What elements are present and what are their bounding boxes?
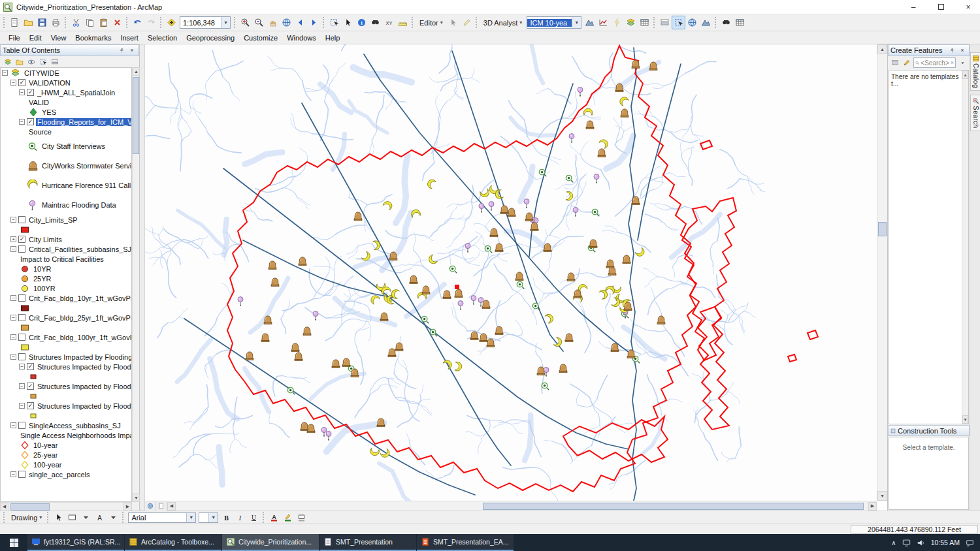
toc-item[interactable]: −✓Flooding_Reports_for_ICM_Validati <box>1 117 131 127</box>
toc-vertical-scrollbar[interactable]: ▲ ▼ <box>132 67 139 502</box>
analyst-menu[interactable]: 3D Analyst▾ <box>480 18 526 28</box>
toc-item[interactable] <box>1 225 131 234</box>
collapse-icon[interactable]: − <box>10 295 16 301</box>
map-horizontal-scrollbar[interactable]: ◀ ▶ <box>145 501 877 511</box>
toc-item[interactable]: −✓VALIDATION <box>1 78 131 87</box>
scroll-up-icon[interactable]: ▲ <box>962 71 968 79</box>
toc-item[interactable]: 25YR <box>1 274 131 283</box>
taskbar-item-presentation-ea[interactable]: SMT_Presentation_EA... <box>417 534 514 551</box>
toc-pin-button[interactable] <box>117 46 126 55</box>
map-vertical-scrollbar[interactable]: ▲ ▼ <box>877 44 887 501</box>
layer-visibility-checkbox[interactable] <box>18 294 25 302</box>
collapse-icon[interactable]: − <box>10 315 16 321</box>
font-combo[interactable]: Arial▾ <box>128 512 196 523</box>
toc-item[interactable]: 100YR <box>1 283 131 293</box>
list-by-source-button[interactable] <box>14 57 25 67</box>
toc-horizontal-scrollbar[interactable]: ◀ ▶ <box>0 502 132 511</box>
layer-visibility-checkbox[interactable]: ✓ <box>27 363 34 370</box>
collapse-icon[interactable]: − <box>10 422 16 428</box>
next-extent-button[interactable] <box>307 16 321 29</box>
scroll-left-icon[interactable]: ◀ <box>0 503 8 511</box>
restore-button[interactable] <box>929 0 953 14</box>
toc-item[interactable]: Maintrac Flooding Data <box>1 195 131 215</box>
cut-button[interactable] <box>69 16 83 29</box>
text-tool[interactable]: A <box>93 512 106 524</box>
collapse-icon[interactable]: − <box>10 471 16 477</box>
collapse-icon[interactable]: − <box>10 354 16 360</box>
delete-button[interactable] <box>110 16 124 29</box>
scroll-left-icon[interactable]: ◀ <box>167 502 176 511</box>
editor-menu[interactable]: Editor▾ <box>416 18 446 28</box>
layer-visibility-checkbox[interactable]: ✓ <box>18 236 25 243</box>
font-color-button[interactable]: A <box>267 512 281 524</box>
toc-item[interactable]: Impact to Critical Facilities <box>1 254 131 264</box>
layer-visibility-checkbox[interactable] <box>18 334 25 341</box>
copy-button[interactable] <box>83 16 97 29</box>
analyst-layer-combo[interactable]: ICM 10-yea▾ <box>527 16 581 29</box>
collapse-icon[interactable]: − <box>19 383 25 389</box>
collapse-icon[interactable]: − <box>2 70 8 76</box>
search-window-button[interactable] <box>719 16 733 29</box>
search-clear-icon[interactable]: × <box>951 59 954 66</box>
scroll-down-icon[interactable]: ▼ <box>962 415 968 424</box>
arc-globe-button[interactable] <box>685 16 699 29</box>
layer-visibility-checkbox[interactable] <box>18 471 25 478</box>
map-vscroll-thumb[interactable] <box>878 222 887 236</box>
create-features-sketch-tool[interactable] <box>460 16 474 29</box>
toc-item[interactable]: −✓Structures Impacted by Flooding: 2 <box>1 381 131 391</box>
scroll-right-icon[interactable]: ▶ <box>123 503 132 511</box>
taskbar-item-presentation[interactable]: SMT_Presentation <box>319 534 416 551</box>
scroll-down-icon[interactable]: ▼ <box>877 491 887 501</box>
profile-graph-tool[interactable] <box>596 16 610 29</box>
create-new-template-button[interactable] <box>901 57 912 68</box>
layer-visibility-checkbox[interactable]: ✓ <box>27 89 34 96</box>
toc-item[interactable]: +✓City Limits <box>1 234 131 244</box>
taskbar-item-arccatalog[interactable]: ArcCatalog - Toolboxe... <box>125 534 221 551</box>
toc-item[interactable]: −single_acc_parcels <box>1 469 131 479</box>
toc-item[interactable]: −✓Structures Impacted by Flooding: 1 <box>1 362 131 371</box>
start-button[interactable] <box>0 534 27 551</box>
toc-item[interactable]: YES <box>1 107 131 117</box>
paste-button[interactable] <box>97 16 110 29</box>
menu-view[interactable]: View <box>46 33 71 43</box>
arc-scene-button[interactable] <box>699 16 713 29</box>
layer-visibility-checkbox[interactable] <box>18 245 25 253</box>
previous-extent-button[interactable] <box>293 16 307 29</box>
add-data-button[interactable] <box>165 16 178 29</box>
measure-tool[interactable] <box>396 16 410 29</box>
layer-visibility-checkbox[interactable]: ✓ <box>27 383 34 390</box>
zoom-out-tool[interactable] <box>252 16 266 29</box>
toc-item[interactable]: −Critical_Facilities_subbasins_SJ <box>1 244 131 254</box>
map-scale-combo[interactable]: 1:106,348▾ <box>180 16 231 29</box>
undo-button[interactable] <box>131 16 144 29</box>
drawing-menu[interactable]: Drawing▾ <box>8 512 45 523</box>
underline-button[interactable]: U <box>247 512 261 524</box>
data-view-button[interactable] <box>145 501 156 511</box>
search-options-button[interactable] <box>957 57 968 68</box>
layer-visibility-checkbox[interactable]: ✓ <box>27 118 34 125</box>
menu-customize[interactable]: Customize <box>239 33 282 43</box>
panel-close-button[interactable]: × <box>958 46 967 55</box>
toc-item[interactable]: −Crit_Fac_bldg_100yr_1ft_wGovProp <box>1 332 131 342</box>
expand-icon[interactable]: + <box>10 236 16 242</box>
save-button[interactable] <box>35 16 49 29</box>
collapse-icon[interactable]: − <box>10 80 16 86</box>
toc-item[interactable]: Single Access Neighborhoods Impa... <box>1 430 131 440</box>
menu-help[interactable]: Help <box>321 33 345 43</box>
menu-selection[interactable]: Selection <box>143 33 182 43</box>
layer-visibility-checkbox[interactable]: ✓ <box>18 79 25 86</box>
toc-item[interactable]: 25-year <box>1 450 131 460</box>
tab-catalog[interactable]: Catalog <box>970 52 980 91</box>
open-table-button[interactable] <box>733 16 747 29</box>
toc-vscroll-thumb[interactable] <box>133 77 139 154</box>
taskbar-item-arcmap[interactable]: Citywide_Prioritization... <box>222 534 319 551</box>
toc-item[interactable] <box>1 411 131 420</box>
display-icon[interactable] <box>902 539 911 547</box>
collapse-icon[interactable]: − <box>19 89 25 95</box>
toc-item[interactable] <box>1 303 131 313</box>
toc-item[interactable]: VALID <box>1 97 131 107</box>
toc-item[interactable]: −Crit_Fac_bldg_25yr_1ft_wGovProp <box>1 313 131 323</box>
collapse-icon[interactable]: − <box>10 217 16 223</box>
toc-item[interactable]: 10YR <box>1 264 131 274</box>
new-map-button[interactable] <box>8 16 22 29</box>
